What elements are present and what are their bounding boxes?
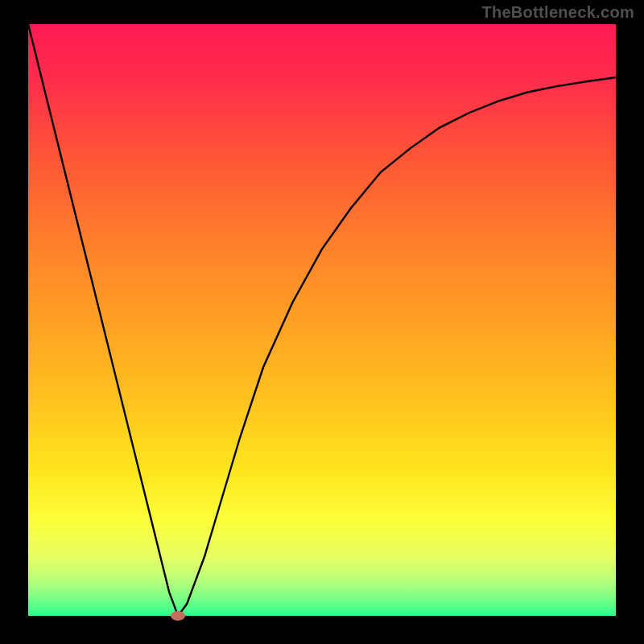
plot-area xyxy=(28,24,616,616)
bottleneck-curve-path xyxy=(28,24,616,616)
minimum-marker-dot xyxy=(171,611,185,621)
curve-svg xyxy=(28,24,616,616)
watermark-text: TheBottleneck.com xyxy=(481,3,634,22)
chart-frame: TheBottleneck.com xyxy=(0,0,644,644)
